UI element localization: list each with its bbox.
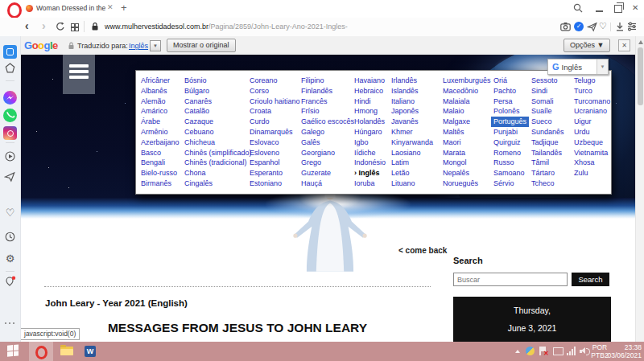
back-icon[interactable]: ‹ — [25, 19, 29, 32]
taskbar-explorer-icon[interactable] — [55, 342, 79, 361]
language-item[interactable]: Malgaxe — [443, 117, 491, 127]
player-icon[interactable] — [5, 151, 15, 162]
bookmarks-heart-icon[interactable]: ♡ — [0, 207, 20, 219]
language-item[interactable]: Basco — [141, 148, 180, 158]
tray-app-icon[interactable] — [526, 347, 535, 355]
language-item[interactable]: Sessoto — [531, 76, 564, 86]
language-item[interactable]: Búlgaro — [184, 86, 252, 96]
minimize-button[interactable] — [596, 10, 603, 12]
tray-signal-icon[interactable] — [567, 347, 576, 355]
search-input[interactable] — [453, 273, 568, 286]
language-item[interactable]: Ioruba — [354, 178, 386, 189]
language-item[interactable]: Quirguiz — [493, 137, 529, 148]
language-item[interactable]: Tailandês — [531, 148, 564, 158]
language-item[interactable]: Norueguês — [443, 178, 491, 189]
new-tab-button[interactable]: + — [121, 2, 127, 14]
language-item[interactable]: Telugo — [574, 76, 610, 86]
language-item[interactable]: Xhosa — [574, 158, 610, 168]
language-item[interactable]: Amárico — [141, 106, 180, 117]
language-item[interactable]: Sundanês — [531, 127, 564, 137]
language-item[interactable]: Chicheua — [184, 137, 252, 148]
sidebar-more-icon[interactable] — [5, 322, 15, 325]
language-item[interactable]: Chona — [184, 168, 252, 178]
language-item[interactable]: Bengali — [141, 158, 180, 168]
settings-sliders-icon[interactable] — [627, 22, 637, 31]
tray-network-error-icon[interactable]: ✕ — [539, 347, 548, 355]
flow-plane-icon[interactable] — [4, 171, 15, 183]
language-item[interactable]: Laosiano — [391, 148, 433, 158]
language-item[interactable]: Romeno — [493, 148, 529, 158]
language-item[interactable]: Guzerate — [301, 168, 354, 178]
infobar-close-icon[interactable]: ✕ — [618, 39, 630, 51]
language-item[interactable]: Macedônio — [443, 86, 491, 96]
language-item[interactable]: Javanês — [391, 117, 433, 127]
language-item[interactable]: Coreano — [250, 76, 300, 86]
language-item[interactable]: Indonésio — [354, 158, 386, 168]
language-item[interactable]: Sindi — [531, 86, 564, 96]
language-item[interactable]: Canarês — [184, 96, 252, 107]
instagram-icon[interactable] — [3, 126, 17, 140]
language-item[interactable]: Eslovaco — [250, 137, 300, 148]
taskbar-opera-icon[interactable] — [29, 342, 53, 361]
language-item[interactable]: Cingalês — [184, 178, 252, 189]
google-translate-widget[interactable]: G Inglês ▼ — [547, 59, 609, 75]
language-item[interactable]: Hindi — [354, 96, 386, 107]
language-item[interactable]: Polonês — [493, 106, 529, 117]
language-item[interactable]: Somali — [531, 96, 564, 107]
language-item[interactable]: Maltês — [443, 127, 491, 137]
language-item[interactable]: Maori — [443, 137, 491, 148]
language-item[interactable]: Galês — [301, 137, 354, 148]
language-item[interactable]: Espanhol — [250, 158, 300, 168]
language-item[interactable]: Lituano — [391, 178, 433, 189]
language-item[interactable]: Persa — [493, 96, 529, 107]
language-item[interactable]: Uzbeque — [574, 137, 610, 148]
language-item[interactable]: Galego — [301, 127, 354, 137]
language-item[interactable]: Khmer — [391, 127, 433, 137]
language-item[interactable]: Chinês (simplificado) — [184, 148, 252, 158]
translate-language-dropdown-icon[interactable]: ▼ — [150, 40, 161, 51]
language-item[interactable]: Grego — [301, 158, 354, 168]
language-item[interactable]: Letão — [391, 168, 433, 178]
hamburger-menu-button[interactable] — [63, 55, 95, 94]
shield-badge-icon[interactable]: ✓ — [574, 22, 584, 31]
language-item[interactable]: Irlandês — [391, 76, 433, 86]
language-item[interactable]: Catalão — [184, 106, 252, 117]
language-item[interactable]: Samoano — [493, 168, 529, 178]
tray-volume-icon[interactable] — [580, 347, 588, 355]
language-item[interactable]: Frísio — [301, 106, 354, 117]
reload-icon[interactable] — [56, 22, 65, 31]
browser-tab[interactable]: Woman Dressed in the Sun ✕ — [23, 0, 118, 18]
language-item[interactable]: Turco — [574, 86, 610, 96]
language-item[interactable]: Alemão — [141, 96, 180, 107]
close-window-button[interactable]: ✕ — [632, 3, 638, 12]
language-item[interactable]: Azerbaijano — [141, 137, 180, 148]
language-item[interactable]: Igbo — [354, 137, 386, 148]
language-item[interactable]: Malaio — [443, 106, 491, 117]
send-plane-icon[interactable] — [587, 22, 597, 32]
language-item[interactable]: Curdo — [250, 117, 300, 127]
language-item[interactable]: Cebuano — [184, 127, 252, 137]
come-back-link[interactable]: < come back — [398, 246, 447, 255]
language-item[interactable]: Vietnamita — [574, 148, 610, 158]
whatsapp-icon[interactable] — [3, 109, 17, 122]
language-item[interactable]: Islandês — [391, 86, 433, 96]
restore-button[interactable] — [614, 5, 622, 13]
scrollbar-up-icon[interactable] — [638, 40, 643, 44]
language-item[interactable]: Russo — [493, 158, 529, 168]
translate-language-link[interactable]: Inglês — [129, 42, 148, 50]
language-item[interactable]: Albanês — [141, 86, 180, 96]
search-icon[interactable] — [573, 3, 583, 13]
language-item[interactable]: Kinyarwanda — [391, 137, 433, 148]
language-item[interactable]: Estoniano — [250, 178, 300, 189]
pinboard-icon[interactable] — [5, 276, 16, 288]
language-item[interactable]: Sérvio — [493, 178, 529, 189]
language-item[interactable]: Mongol — [443, 158, 491, 168]
show-original-button[interactable]: Mostrar o original — [167, 39, 236, 52]
start-button[interactable] — [0, 342, 27, 361]
language-item[interactable]: Hauçá — [301, 178, 354, 189]
language-item[interactable]: Turcomano — [574, 96, 610, 107]
language-item[interactable]: Bósnio — [184, 76, 252, 86]
language-item[interactable]: Gaélico escocês — [301, 117, 354, 127]
url-text[interactable]: www.mulhervestidadesol.com.br/Pagina/285… — [105, 23, 348, 31]
page-scrollbar[interactable] — [635, 36, 644, 342]
